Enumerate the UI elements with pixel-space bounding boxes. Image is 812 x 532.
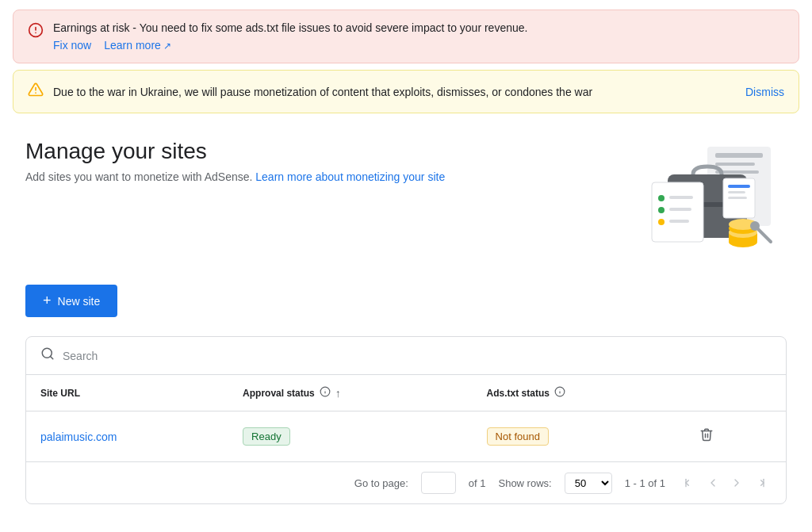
last-page-button[interactable] (749, 473, 772, 492)
rows-per-page-select[interactable]: 50 25 100 (565, 473, 612, 494)
svg-rect-24 (728, 185, 750, 188)
svg-rect-26 (728, 197, 747, 199)
header-illustration (565, 139, 787, 266)
svg-point-14 (658, 219, 665, 225)
search-icon (40, 346, 55, 365)
show-rows-label: Show rows: (498, 477, 551, 489)
monetize-learn-more-link[interactable]: Learn more about monetizing your site (255, 170, 445, 183)
danger-icon (28, 22, 44, 42)
ads-txt-status-badge: Not found (487, 427, 549, 446)
svg-point-13 (658, 207, 665, 213)
page-header: Manage your sites Add sites you want to … (25, 139, 787, 266)
svg-rect-6 (715, 153, 763, 158)
next-page-button[interactable] (726, 473, 748, 492)
danger-alert: Earnings at risk - You need to fix some … (13, 10, 799, 63)
warning-alert: Due to the war in Ukraine, we will pause… (13, 70, 799, 113)
page-title: Manage your sites (25, 139, 565, 164)
of-label: of 1 (469, 477, 486, 489)
cell-actions (679, 411, 786, 462)
danger-alert-content: Earnings at risk - You need to fix some … (53, 21, 784, 52)
page-input[interactable] (421, 472, 456, 494)
svg-rect-15 (669, 196, 693, 199)
warning-alert-text: Due to the war in Ukraine, we will pause… (53, 86, 736, 98)
learn-more-link[interactable]: Learn more (104, 39, 171, 52)
svg-rect-25 (728, 191, 745, 193)
cell-ads-txt-status: Not found (473, 411, 680, 462)
svg-line-30 (50, 356, 52, 358)
ads-txt-info-icon[interactable] (554, 386, 565, 400)
sites-table: Site URL Approval status (26, 375, 786, 461)
cell-site-url: palaimusic.com (26, 411, 228, 462)
new-site-button[interactable]: + New site (25, 285, 117, 317)
first-page-button[interactable] (678, 473, 700, 492)
search-input[interactable] (63, 350, 772, 362)
go-to-page-label: Go to page: (354, 477, 408, 489)
col-actions (679, 375, 786, 411)
search-bar (26, 337, 786, 375)
col-approval-status: Approval status ↑ (228, 375, 472, 411)
pagination-nav (678, 473, 772, 492)
delete-site-button[interactable] (693, 424, 720, 449)
pagination-row: Go to page: of 1 Show rows: 50 25 100 1 … (26, 461, 786, 503)
svg-rect-16 (669, 208, 691, 211)
new-site-label: New site (58, 295, 101, 308)
warning-icon (28, 82, 44, 101)
table-header-row: Site URL Approval status (26, 375, 786, 411)
approval-sort-icon[interactable]: ↑ (335, 387, 341, 400)
fix-now-link[interactable]: Fix now (53, 39, 91, 52)
col-ads-txt-status: Ads.txt status (473, 375, 680, 411)
danger-alert-links: Fix now Learn more (53, 39, 784, 52)
table-row: palaimusic.com Ready Not found (26, 411, 786, 462)
svg-point-12 (658, 195, 665, 201)
svg-point-28 (750, 221, 760, 231)
prev-page-button[interactable] (702, 473, 724, 492)
pagination-range: 1 - 1 of 1 (625, 477, 665, 489)
sites-table-container: Site URL Approval status (25, 336, 787, 504)
approval-info-icon[interactable] (320, 386, 331, 400)
dismiss-link[interactable]: Dismiss (745, 86, 784, 98)
page-subtitle: Add sites you want to monetize with AdSe… (25, 170, 565, 183)
site-url-link[interactable]: palaimusic.com (40, 431, 117, 443)
col-site-url: Site URL (26, 375, 228, 411)
subtitle-prefix: Add sites you want to monetize with AdSe… (25, 170, 252, 183)
cell-approval-status: Ready (228, 411, 472, 462)
svg-rect-17 (669, 220, 689, 223)
plus-icon: + (43, 293, 52, 309)
main-content: Manage your sites Add sites you want to … (0, 120, 812, 523)
svg-rect-7 (715, 163, 755, 166)
approval-status-badge: Ready (243, 427, 290, 446)
page-header-left: Manage your sites Add sites you want to … (25, 139, 565, 183)
danger-alert-text: Earnings at risk - You need to fix some … (53, 21, 784, 34)
